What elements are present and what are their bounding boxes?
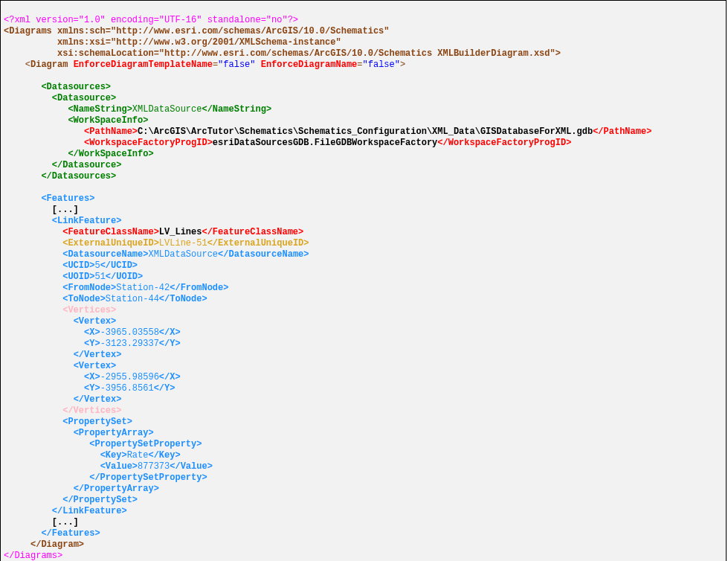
attr-value: "false" <box>218 60 255 70</box>
vertices-open: <Vertices> <box>62 305 116 315</box>
fcn-value: LV_Lines <box>159 227 202 237</box>
x1-value: -3965.03558 <box>100 327 159 338</box>
euid-value: LVLine-51 <box>159 238 207 249</box>
datasource-open: <Datasource> <box>52 93 116 103</box>
diagrams-ns2: xmlns:xsi="http://www.w3.org/2001/XMLSch… <box>4 37 341 48</box>
y2-value: -3956.8561 <box>100 383 154 394</box>
pathname-value: C:\ArcGIS\ArcTutor\Schematics\Schematics… <box>138 126 593 137</box>
diagrams-close: </Diagrams> <box>4 551 62 561</box>
propertyset-open: <PropertySet> <box>62 417 132 427</box>
uoid-value: 51 <box>94 272 105 282</box>
diagrams-open: <Diagrams xmlns:sch="http://www.esri.com… <box>4 26 389 36</box>
key-value: Rate <box>127 450 149 461</box>
value-value: 877373 <box>138 461 170 472</box>
y1-value: -3123.29337 <box>100 339 159 349</box>
xml-code-display: { "xmlDecl": "<?xml version=\"1.0\" enco… <box>0 0 727 561</box>
ellipsis: [...] <box>52 205 79 215</box>
attr-template: EnforceDiagramTemplateName <box>68 60 212 70</box>
features-open: <Features> <box>41 193 94 204</box>
from-value: Station-42 <box>116 283 170 293</box>
xml-declaration: <?xml version="1.0" encoding="UTF-16" st… <box>4 15 298 25</box>
workspaceinfo-open: <WorkSpaceInfo> <box>68 115 148 126</box>
wfpid-value: esriDataSourcesGDB.FileGDBWorkspaceFacto… <box>213 138 437 148</box>
linkfeature-open: <LinkFeature> <box>52 216 122 226</box>
to-value: Station-44 <box>106 294 159 304</box>
vertex-open: <Vertex> <box>74 316 117 327</box>
x2-value: -2955.98596 <box>100 372 159 382</box>
diagrams-ns3: xsi:schemaLocation="http://www.esri.com/… <box>4 48 561 59</box>
namestring-value: XMLDataSource <box>132 104 202 115</box>
datasources-open: <Datasources> <box>41 82 111 92</box>
dsn-value: XMLDataSource <box>148 249 218 260</box>
diagram-close: </Diagram> <box>30 539 84 550</box>
ucid-value: 5 <box>94 260 100 271</box>
